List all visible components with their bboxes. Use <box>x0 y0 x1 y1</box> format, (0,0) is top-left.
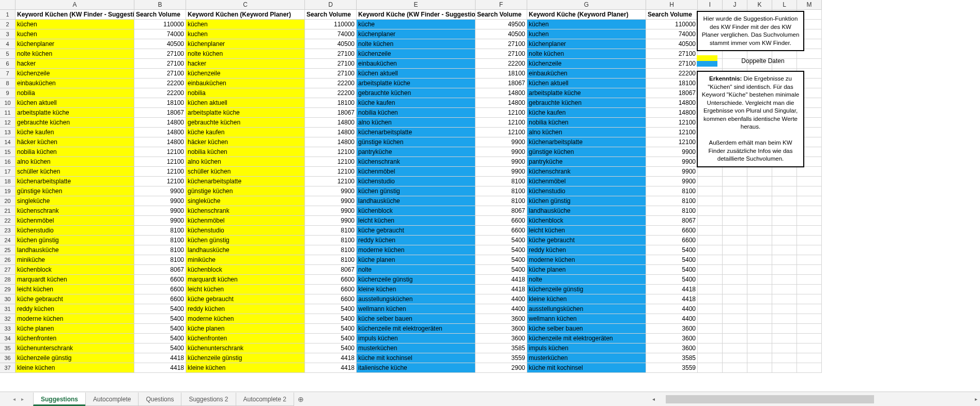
row-header-28[interactable]: 28 <box>0 275 16 285</box>
empty-cell[interactable] <box>797 314 822 324</box>
cell-D37[interactable]: 4418 <box>305 363 357 373</box>
cell-C34[interactable]: küchenfronten <box>186 334 305 343</box>
spreadsheet-grid[interactable]: ABCDEFGHIJKLM1Keyword Küchen (KW Finder … <box>0 0 980 373</box>
row-header-33[interactable]: 33 <box>0 324 16 334</box>
empty-cell[interactable] <box>797 304 822 314</box>
cell-A33[interactable]: küche planen <box>16 324 134 334</box>
col-header-C[interactable]: C <box>186 0 305 10</box>
cell-F12[interactable]: 12100 <box>476 118 527 128</box>
empty-cell[interactable] <box>723 343 747 353</box>
header-cell-E[interactable]: Keyword Küche (KW Finder - Suggestions) <box>357 10 476 20</box>
cell-G12[interactable]: nobilia küchen <box>527 118 646 128</box>
empty-cell[interactable] <box>723 334 747 343</box>
cell-H34[interactable]: 3600 <box>646 334 698 343</box>
cell-B12[interactable]: 14800 <box>134 118 186 128</box>
cell-H28[interactable]: 5400 <box>646 275 698 285</box>
cell-C33[interactable]: küche planen <box>186 324 305 334</box>
empty-cell[interactable] <box>723 177 747 186</box>
cell-G4[interactable]: küchenplaner <box>527 39 646 49</box>
cell-B13[interactable]: 14800 <box>134 128 186 137</box>
empty-cell[interactable] <box>797 265 822 275</box>
cell-G19[interactable]: küchenstudio <box>527 186 646 196</box>
cell-F8[interactable]: 18067 <box>476 79 527 88</box>
empty-cell[interactable] <box>772 177 797 186</box>
cell-C21[interactable]: küchenschrank <box>186 206 305 216</box>
cell-D15[interactable]: 12100 <box>305 147 357 157</box>
cell-H17[interactable]: 9900 <box>646 167 698 177</box>
cell-H19[interactable]: 8100 <box>646 186 698 196</box>
cell-C37[interactable]: kleine küchen <box>186 363 305 373</box>
empty-cell[interactable] <box>747 363 772 373</box>
cell-A9[interactable]: nobilia <box>16 88 134 98</box>
cell-H29[interactable]: 4418 <box>646 285 698 294</box>
cell-H3[interactable]: 74000 <box>646 29 698 39</box>
cell-F27[interactable]: 5400 <box>476 265 527 275</box>
cell-A20[interactable]: singleküche <box>16 196 134 206</box>
cell-A16[interactable]: alno küchen <box>16 157 134 167</box>
cell-C31[interactable]: reddy küchen <box>186 304 305 314</box>
empty-cell[interactable] <box>772 363 797 373</box>
cell-E24[interactable]: reddy küchen <box>357 236 476 245</box>
empty-cell[interactable] <box>723 255 747 265</box>
cell-D2[interactable]: 110000 <box>305 20 357 29</box>
empty-cell[interactable] <box>747 343 772 353</box>
cell-E31[interactable]: wellmann küchen <box>357 304 476 314</box>
cell-A36[interactable]: küchenzeile günstig <box>16 353 134 363</box>
cell-A15[interactable]: nobilia küchen <box>16 147 134 157</box>
cell-A23[interactable]: küchenstudio <box>16 226 134 236</box>
cell-D26[interactable]: 8100 <box>305 255 357 265</box>
cell-B29[interactable]: 6600 <box>134 285 186 294</box>
cell-G27[interactable]: küche planen <box>527 265 646 275</box>
empty-cell[interactable] <box>797 167 822 177</box>
cell-E14[interactable]: günstige küchen <box>357 137 476 147</box>
cell-E20[interactable]: landhausküche <box>357 196 476 206</box>
cell-B21[interactable]: 9900 <box>134 206 186 216</box>
cell-C13[interactable]: küche kaufen <box>186 128 305 137</box>
cell-C5[interactable]: nolte küchen <box>186 49 305 59</box>
row-header-3[interactable]: 3 <box>0 29 16 39</box>
cell-A37[interactable]: kleine küchen <box>16 363 134 373</box>
empty-cell[interactable] <box>772 304 797 314</box>
cell-G18[interactable]: küchenmöbel <box>527 177 646 186</box>
cell-C10[interactable]: küchen aktuell <box>186 98 305 108</box>
cell-B31[interactable]: 5400 <box>134 304 186 314</box>
cell-D28[interactable]: 6600 <box>305 275 357 285</box>
cell-E9[interactable]: gebrauchte küchen <box>357 88 476 98</box>
row-header-24[interactable]: 24 <box>0 236 16 245</box>
cell-F37[interactable]: 2900 <box>476 363 527 373</box>
cell-A10[interactable]: küchen aktuell <box>16 98 134 108</box>
cell-H32[interactable]: 4400 <box>646 314 698 324</box>
cell-E35[interactable]: musterküchen <box>357 343 476 353</box>
cell-E10[interactable]: küche kaufen <box>357 98 476 108</box>
cell-B35[interactable]: 5400 <box>134 343 186 353</box>
sheet-tab-questions[interactable]: Questions <box>138 393 181 406</box>
empty-cell[interactable] <box>772 334 797 343</box>
cell-A21[interactable]: küchenschrank <box>16 206 134 216</box>
cell-D21[interactable]: 9900 <box>305 206 357 216</box>
row-header-30[interactable]: 30 <box>0 294 16 304</box>
cell-E28[interactable]: küchenzeile günstig <box>357 275 476 285</box>
cell-E15[interactable]: pantryküche <box>357 147 476 157</box>
empty-cell[interactable] <box>698 177 723 186</box>
empty-cell[interactable] <box>772 314 797 324</box>
cell-C32[interactable]: moderne küchen <box>186 314 305 324</box>
empty-cell[interactable] <box>747 294 772 304</box>
cell-F2[interactable]: 49500 <box>476 20 527 29</box>
cell-C12[interactable]: gebrauchte küchen <box>186 118 305 128</box>
empty-cell[interactable] <box>772 294 797 304</box>
cell-D9[interactable]: 22200 <box>305 88 357 98</box>
cell-F15[interactable]: 9900 <box>476 147 527 157</box>
row-header-2[interactable]: 2 <box>0 20 16 29</box>
cell-F6[interactable]: 22200 <box>476 59 527 69</box>
cell-H7[interactable]: 22200 <box>646 69 698 79</box>
empty-cell[interactable] <box>723 186 747 196</box>
cell-H21[interactable]: 8100 <box>646 206 698 216</box>
cell-E17[interactable]: küchenmöbel <box>357 167 476 177</box>
cell-D16[interactable]: 12100 <box>305 157 357 167</box>
cell-D5[interactable]: 27100 <box>305 49 357 59</box>
empty-cell[interactable] <box>797 324 822 334</box>
empty-cell[interactable] <box>797 206 822 216</box>
empty-cell[interactable] <box>698 265 723 275</box>
header-cell-G[interactable]: Keyword Küche (Keyword Planer) <box>527 10 646 20</box>
col-header-F[interactable]: F <box>476 0 527 10</box>
